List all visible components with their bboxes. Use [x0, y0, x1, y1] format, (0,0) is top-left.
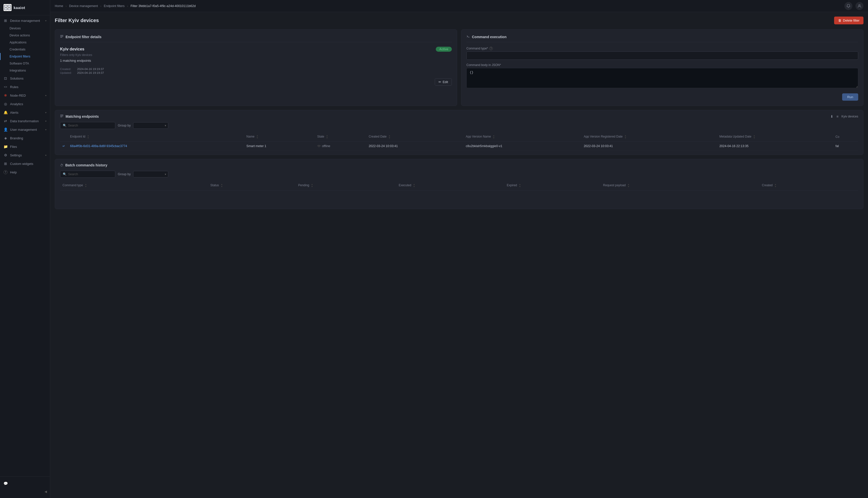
- col-label: Expired: [507, 183, 517, 187]
- sidebar-item-node-red[interactable]: ❋ Node-RED ▾: [0, 91, 50, 100]
- notifications-button[interactable]: [844, 2, 852, 10]
- sidebar-item-settings[interactable]: ⚙ Settings ▾: [0, 151, 50, 159]
- sort-icon: ▲▼: [85, 183, 87, 188]
- batch-search-icon: 🔍: [63, 172, 67, 176]
- row-expand-cell[interactable]: ↵: [60, 142, 67, 150]
- row-expand-icon[interactable]: ↵: [63, 144, 65, 148]
- download-icon[interactable]: ⬇: [830, 115, 833, 118]
- breadcrumb-device-management[interactable]: Device management: [69, 4, 98, 8]
- batch-col-pending[interactable]: Pending ▲▼: [296, 181, 396, 191]
- sidebar-item-label: User management: [10, 128, 37, 132]
- sidebar-item-label: Custom widgets: [10, 162, 33, 166]
- command-body-input[interactable]: {}: [466, 68, 858, 88]
- filter-icon[interactable]: ≡: [837, 115, 838, 118]
- run-button[interactable]: Run: [842, 93, 858, 101]
- sidebar-item-rules[interactable]: <> Rules: [0, 82, 50, 91]
- sidebar-item-device-management[interactable]: ⊞ Device management ▾: [0, 16, 50, 25]
- col-app-version-reg-date[interactable]: App Version Registered Date ▲▼: [581, 132, 717, 142]
- sidebar-item-label: Rules: [10, 85, 18, 89]
- breadcrumb-endpoint-filters[interactable]: Endpoint filters: [104, 4, 125, 8]
- batch-col-command-type[interactable]: Command type ▲▼: [60, 181, 208, 191]
- command-type-help-icon[interactable]: ?: [489, 47, 493, 50]
- col-label: Executed: [399, 183, 411, 187]
- sort-icon-app-version-reg-date: ▲▼: [624, 134, 626, 139]
- batch-col-request-payload[interactable]: Request payload ▲▼: [600, 181, 759, 191]
- filter-updated-row: Updated: 2024-04-16 19:19:37: [60, 71, 452, 74]
- sort-icon-endpoint-id: ▲▼: [87, 134, 89, 139]
- delete-filter-button[interactable]: 🗑 Delete filter: [834, 16, 864, 24]
- sidebar-chat-icon[interactable]: 💬: [0, 479, 50, 488]
- sidebar-item-data-transformation[interactable]: ⇄ Data transformation ▾: [0, 117, 50, 125]
- command-icon: [466, 35, 470, 39]
- search-icon: 🔍: [63, 124, 67, 127]
- sidebar-subitem-integrations[interactable]: Integrations: [0, 67, 50, 74]
- data-transformation-icon: ⇄: [3, 119, 8, 123]
- batch-commands-table: Command type ▲▼ Status ▲▼ Pending ▲▼: [60, 181, 858, 191]
- table-row[interactable]: ↵ 68a4ff3b-6d31-489a-8d6f-9345cbac3774 S…: [60, 142, 858, 150]
- grid-icon: ⊞: [3, 18, 8, 23]
- sidebar-item-analytics[interactable]: ◎ Analytics: [0, 100, 50, 108]
- sidebar-item-alerts[interactable]: 🔔 Alerts ▾: [0, 108, 50, 117]
- col-label: Request payload: [603, 183, 626, 187]
- wifi-icon: [317, 145, 321, 147]
- sidebar-item-files[interactable]: 📁 Files: [0, 142, 50, 151]
- filter-name: Kyiv devices: [60, 47, 85, 51]
- sidebar-item-label: Analytics: [10, 102, 23, 106]
- batch-col-executed[interactable]: Executed ▲▼: [396, 181, 504, 191]
- sidebar-subitem-devices[interactable]: Devices: [0, 25, 50, 32]
- sidebar-item-help[interactable]: ? Help: [0, 168, 50, 176]
- logo-text: kaaiot: [14, 5, 25, 10]
- sidebar-subitem-software-ota[interactable]: Software OTA: [0, 60, 50, 67]
- command-execution-card: Command execution Command type* ? Comman…: [461, 29, 864, 106]
- col-endpoint-id[interactable]: Endpoint Id ▲▼: [67, 132, 244, 142]
- batch-table-header: Command type ▲▼ Status ▲▼ Pending ▲▼: [60, 181, 858, 191]
- user-profile-button[interactable]: [855, 2, 864, 10]
- batch-col-expired[interactable]: Expired ▲▼: [504, 181, 600, 191]
- col-name[interactable]: Name ▲▼: [244, 132, 315, 142]
- sidebar-subitem-applications[interactable]: Applications: [0, 39, 50, 46]
- matching-endpoints-search-box[interactable]: 🔍: [60, 122, 115, 129]
- batch-commands-search-input[interactable]: [68, 172, 113, 176]
- logo[interactable]: kaaiot: [0, 0, 50, 15]
- page-header: Filter Kyiv devices 🗑 Delete filter: [55, 16, 864, 24]
- col-created-date-label: Created Date: [369, 135, 387, 138]
- nav-section: ⊞ Device management ▾ Devices Device act…: [0, 15, 50, 178]
- sidebar-item-label: Files: [10, 145, 17, 148]
- sidebar-item-label: Branding: [10, 136, 23, 140]
- sidebar-subitem-endpoint-filters[interactable]: Endpoint filters: [0, 53, 50, 60]
- sidebar-subitem-device-actions[interactable]: Device actions: [0, 32, 50, 39]
- breadcrumb-home[interactable]: Home: [55, 4, 63, 8]
- sidebar-collapse-button[interactable]: ◀: [0, 488, 50, 496]
- col-created-date[interactable]: Created Date ▲▼: [366, 132, 463, 142]
- command-type-input[interactable]: [466, 51, 858, 60]
- app-version-reg-date-cell: 2022-03-24 10:03:41: [581, 142, 717, 150]
- status-badge: Active: [436, 47, 452, 52]
- batch-group-by-select[interactable]: [133, 171, 168, 178]
- sort-icon: ▲▼: [519, 183, 521, 188]
- col-app-version-name[interactable]: App Version Name ▲▼: [463, 132, 581, 142]
- created-value: 2024-04-16 19:19:37: [77, 67, 104, 70]
- batch-col-status[interactable]: Status ▲▼: [208, 181, 296, 191]
- sidebar-subitem-credentials[interactable]: Credentials: [0, 46, 50, 53]
- sidebar-item-label: Device management: [10, 19, 40, 23]
- chevron-icon: ▾: [45, 128, 47, 131]
- batch-commands-table-wrapper: Command type ▲▼ Status ▲▼ Pending ▲▼: [60, 181, 858, 191]
- sidebar-item-custom-widgets[interactable]: ⊞ Custom widgets: [0, 159, 50, 168]
- batch-col-created[interactable]: Created ▲▼: [760, 181, 858, 191]
- sidebar-item-branding[interactable]: ◈ Branding: [0, 134, 50, 142]
- sidebar-item-user-management[interactable]: 👤 User management ▾: [0, 125, 50, 134]
- sidebar-item-solutions[interactable]: ⊡ Solutions: [0, 74, 50, 82]
- matching-endpoints-search-input[interactable]: [68, 124, 113, 127]
- col-state[interactable]: State ▲▼: [315, 132, 366, 142]
- filter-actions: ✏ Edit: [60, 78, 452, 86]
- edit-button[interactable]: ✏ Edit: [435, 78, 452, 86]
- col-metadata-updated[interactable]: Metadata Updated Date ▲▼: [717, 132, 833, 142]
- col-label: Status: [210, 183, 219, 187]
- subitem-label: Software OTA: [10, 62, 29, 65]
- table-header: Endpoint Id ▲▼ Name ▲▼ State ▲▼: [60, 132, 858, 142]
- col-label: Pending: [298, 183, 309, 187]
- endpoint-id-link[interactable]: 68a4ff3b-6d31-489a-8d6f-9345cbac3774: [70, 144, 127, 148]
- batch-commands-search-box[interactable]: 🔍: [60, 171, 115, 178]
- group-by-select[interactable]: [133, 122, 168, 129]
- chevron-icon: ▾: [45, 154, 47, 157]
